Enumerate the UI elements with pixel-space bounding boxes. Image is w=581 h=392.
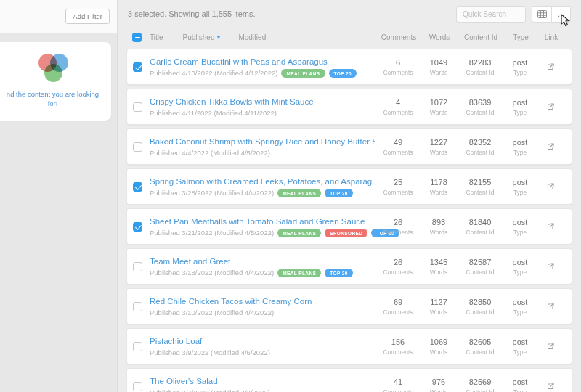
column-header-published[interactable]: Published▼ (183, 33, 222, 41)
external-link-icon (546, 62, 555, 71)
row-title-link[interactable]: Sheet Pan Meatballs with Tomato Salad an… (150, 217, 375, 226)
row-checkbox[interactable] (133, 382, 142, 391)
type-label: Type (513, 229, 527, 236)
add-filter-button[interactable]: Add Filter (65, 9, 110, 24)
more-options-button[interactable]: ... (551, 6, 571, 23)
row-checkbox[interactable] (133, 62, 142, 72)
row-title-link[interactable]: Spring Salmon with Creamed Leeks, Potato… (150, 177, 375, 186)
row-published-text: Published 4/10/2022 (Modified 4/12/2022) (150, 69, 277, 77)
table-header-left: Title Published▼ Modified (132, 33, 266, 42)
type-value: post (513, 218, 528, 226)
table-row: Crispy Chicken Tikka Bowls with Mint Sau… (126, 89, 572, 125)
column-header-link[interactable]: Link (537, 33, 565, 41)
content-id-label: Content Id (466, 229, 494, 236)
row-checkbox[interactable] (133, 142, 142, 152)
row-link[interactable] (537, 182, 564, 191)
content-id-label: Content Id (466, 309, 494, 316)
row-checkbox[interactable] (133, 222, 142, 232)
row-badge: MEAL PLANS (281, 69, 325, 78)
row-link[interactable] (537, 342, 564, 351)
row-link[interactable] (537, 382, 564, 391)
row-link[interactable] (537, 142, 564, 151)
content-id-value: 82850 (469, 298, 492, 306)
comments-label: Comments (383, 69, 413, 76)
row-link[interactable] (537, 222, 564, 231)
row-checkbox[interactable] (133, 342, 142, 351)
words-value: 1127 (430, 298, 447, 306)
row-title-link[interactable]: Pistachio Loaf (150, 337, 375, 346)
row-main: Pistachio Loaf Published 3/9/2022 (Modif… (150, 337, 375, 356)
type-value: post (513, 298, 528, 306)
content-id-label: Content Id (466, 388, 494, 392)
row-checkbox[interactable] (133, 262, 142, 271)
row-comments: 49 Comments (375, 138, 420, 156)
row-main: Red Chile Chicken Tacos with Creamy Corn… (150, 297, 375, 317)
row-checkbox[interactable] (133, 302, 142, 311)
row-title-link[interactable]: Crispy Chicken Tikka Bowls with Mint Sau… (150, 97, 375, 106)
row-main: Sheet Pan Meatballs with Tomato Salad an… (150, 217, 375, 237)
table-row: Baked Coconut Shrimp with Springy Rice a… (126, 128, 572, 165)
row-title-link[interactable]: The Oliver's Salad (150, 377, 375, 385)
table-row: Sheet Pan Meatballs with Tomato Salad an… (126, 208, 572, 245)
type-label: Type (513, 149, 527, 156)
row-checkbox[interactable] (133, 182, 142, 192)
words-label: Words (430, 149, 447, 156)
row-link[interactable] (537, 302, 564, 311)
row-comments: 26 Comments (375, 218, 420, 236)
row-content-id: 82850 Content Id (457, 298, 503, 316)
rows-list: Garlic Cream Bucatini with Peas and Aspa… (118, 46, 581, 392)
row-comments: 4 Comments (375, 98, 420, 116)
row-title-link[interactable]: Team Meet and Greet (150, 257, 375, 266)
comments-value: 4 (396, 98, 400, 107)
comments-label: Comments (383, 388, 413, 392)
table-row: Spring Salmon with Creamed Leeks, Potato… (126, 168, 572, 205)
column-header-title[interactable]: Title (150, 33, 163, 41)
column-header-modified[interactable]: Modified (238, 33, 266, 41)
words-value: 1178 (430, 178, 447, 187)
row-words: 1072 Words (420, 98, 457, 116)
row-title-link[interactable]: Baked Coconut Shrimp with Springy Rice a… (150, 137, 375, 146)
content-id-label: Content Id (466, 189, 494, 196)
row-subtitle: Published 3/28/2022 (Modified 4/4/2022) … (150, 189, 375, 197)
type-label: Type (513, 388, 527, 392)
empty-state-message: nd the content you are looking for! (1, 90, 104, 109)
row-content-id: 82283 Content Id (457, 58, 503, 76)
column-header-words[interactable]: Words (421, 33, 458, 41)
words-label: Words (430, 309, 447, 316)
row-published-text: Published 3/7/2022 (Modified 4/3/2022) (150, 388, 270, 392)
content-id-value: 82605 (469, 338, 492, 346)
row-words: 1049 Words (420, 58, 457, 76)
external-link-icon (546, 182, 555, 191)
row-subtitle: Published 4/4/2022 (Modified 4/5/2022) (150, 149, 375, 157)
quick-search-input[interactable] (456, 6, 526, 23)
grid-view-button[interactable] (532, 6, 551, 23)
row-main: Crispy Chicken Tikka Bowls with Mint Sau… (150, 97, 375, 117)
comments-value: 41 (394, 377, 402, 386)
words-label: Words (430, 388, 447, 392)
words-label: Words (430, 269, 447, 276)
row-link[interactable] (537, 262, 564, 271)
sidebar-top-bar: Add Filter (0, 0, 117, 33)
row-checkbox[interactable] (133, 102, 142, 112)
column-header-comments[interactable]: Comments (376, 33, 421, 41)
row-type: post Type (503, 258, 537, 276)
comments-value: 49 (394, 138, 402, 147)
status-text: 3 selected. Showing all 1,555 items. (128, 9, 256, 18)
content-id-label: Content Id (466, 149, 494, 156)
comments-label: Comments (383, 109, 413, 116)
row-comments: 25 Comments (375, 178, 420, 196)
row-words: 893 Words (420, 218, 457, 236)
column-header-content-id[interactable]: Content Id (458, 33, 504, 41)
row-title-link[interactable]: Red Chile Chicken Tacos with Creamy Corn (150, 297, 375, 306)
words-label: Words (430, 69, 447, 76)
column-header-type[interactable]: Type (504, 33, 537, 41)
row-link[interactable] (537, 102, 564, 111)
content-id-value: 81840 (469, 218, 492, 226)
row-link[interactable] (537, 62, 564, 71)
table-row: Red Chile Chicken Tacos with Creamy Corn… (126, 288, 572, 324)
select-all-checkbox[interactable] (132, 33, 142, 42)
row-words: 1227 Words (420, 138, 457, 156)
row-title-link[interactable]: Garlic Cream Bucatini with Peas and Aspa… (150, 57, 375, 66)
comments-label: Comments (383, 229, 413, 236)
type-value: post (513, 338, 528, 346)
